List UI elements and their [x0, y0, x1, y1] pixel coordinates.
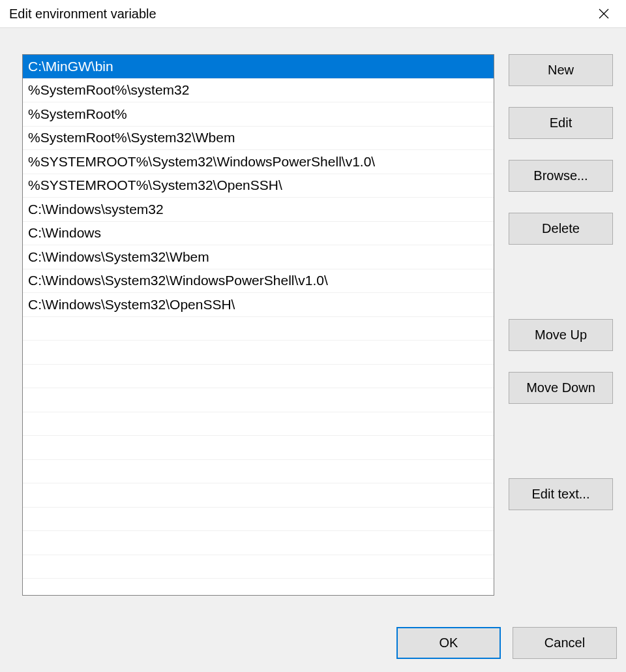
list-item[interactable] [23, 341, 494, 365]
list-item[interactable] [23, 460, 494, 484]
list-item[interactable]: C:\MinGW\bin [23, 55, 494, 79]
list-item[interactable]: C:\Windows\system32 [23, 198, 494, 222]
titlebar: Edit environment variable [0, 0, 626, 27]
edit-button[interactable]: Edit [509, 107, 613, 139]
ok-button[interactable]: OK [396, 627, 501, 659]
dialog-title: Edit environment variable [9, 7, 156, 22]
close-icon [599, 8, 609, 19]
move-down-button[interactable]: Move Down [509, 372, 613, 404]
move-up-button[interactable]: Move Up [509, 319, 613, 351]
list-item[interactable] [23, 317, 494, 341]
list-item[interactable] [23, 436, 494, 460]
list-item[interactable]: C:\Windows\System32\Wbem [23, 245, 494, 269]
side-button-panel: New Edit Browse... Delete Move Up Move D… [509, 54, 613, 607]
new-button[interactable]: New [509, 54, 613, 86]
list-item[interactable] [23, 508, 494, 532]
list-item[interactable] [23, 388, 494, 412]
list-item[interactable]: %SYSTEMROOT%\System32\OpenSSH\ [23, 174, 494, 198]
list-item[interactable] [23, 412, 494, 436]
cancel-button[interactable]: Cancel [513, 627, 617, 659]
close-button[interactable] [591, 1, 617, 27]
path-listbox[interactable]: C:\MinGW\bin%SystemRoot%\system32%System… [22, 54, 494, 596]
edit-text-button[interactable]: Edit text... [509, 478, 613, 510]
list-item[interactable]: C:\Windows [23, 222, 494, 246]
list-item[interactable] [23, 365, 494, 389]
delete-button[interactable]: Delete [509, 213, 613, 245]
list-item[interactable] [23, 555, 494, 579]
dialog-body: C:\MinGW\bin%SystemRoot%\system32%System… [0, 27, 626, 672]
list-item[interactable] [23, 531, 494, 555]
list-item[interactable]: C:\Windows\System32\OpenSSH\ [23, 293, 494, 317]
browse-button[interactable]: Browse... [509, 160, 613, 192]
list-item[interactable]: %SystemRoot%\System32\Wbem [23, 127, 494, 151]
list-item[interactable]: %SystemRoot%\system32 [23, 79, 494, 103]
content-row: C:\MinGW\bin%SystemRoot%\system32%System… [22, 54, 617, 607]
dialog-footer: OK Cancel [22, 607, 617, 659]
list-item[interactable]: %SystemRoot% [23, 102, 494, 127]
list-item[interactable] [23, 483, 494, 508]
list-item[interactable]: %SYSTEMROOT%\System32\WindowsPowerShell\… [23, 150, 494, 174]
list-item[interactable]: C:\Windows\System32\WindowsPowerShell\v1… [23, 269, 494, 294]
